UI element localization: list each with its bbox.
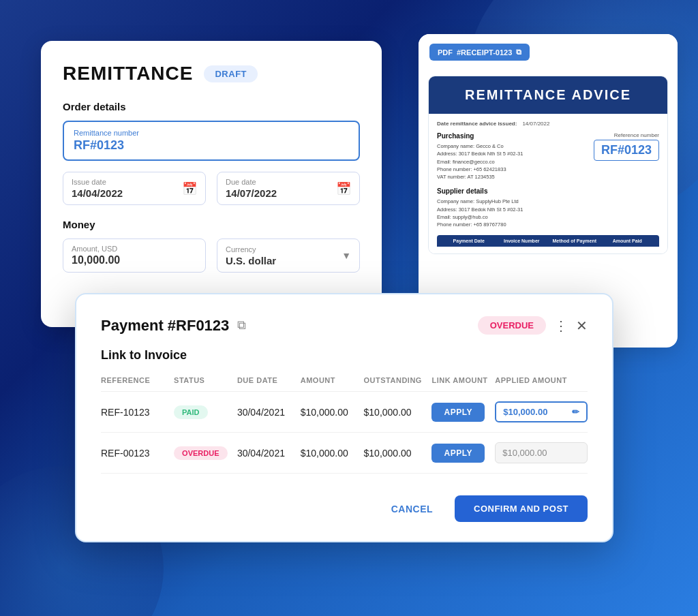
invoice-table-header-row: REFERENCE STATUS DUE DATE AMOUNT OUTSTAN… — [101, 376, 588, 392]
row1-status: PAID — [174, 392, 237, 433]
th-due-date: DUE DATE — [237, 376, 301, 392]
row1-amount: $10,000.00 — [301, 392, 364, 433]
remittance-card-header: REMITTANCE DRAFT — [63, 63, 360, 84]
ra-purchasing-title: Purchasing — [437, 132, 544, 140]
issue-date-field[interactable]: Issue date 14/04/2022 📅 — [63, 172, 206, 205]
paid-badge: PAID — [174, 405, 207, 419]
dialog-header: Payment #RF0123 ⧉ OVERDUE ⋮ ✕ — [101, 316, 588, 335]
draft-badge: DRAFT — [204, 65, 258, 82]
currency-field[interactable]: Currency U.S. dollar ▼ — [217, 238, 360, 273]
remittance-number-field[interactable]: Remittance number RF#0123 — [63, 121, 360, 161]
dates-row: Issue date 14/04/2022 📅 Due date 14/07/2… — [63, 172, 360, 205]
cancel-button[interactable]: CANCEL — [380, 497, 444, 521]
ra-table-header: Payment Date Invoice Number Method of Pa… — [437, 235, 659, 247]
ra-purchasing-company-label: Company name: Gecco & Co — [437, 142, 544, 150]
ra-supplier-title: Supplier details — [437, 187, 659, 195]
ra-supplier-phone: +65 89767780 — [473, 221, 506, 228]
applied-amount-active[interactable]: $10,000.00 ✏ — [495, 401, 588, 422]
due-date-label: Due date — [226, 178, 277, 186]
ra-purchasing-details: Company name: Gecco & Co Address: 3017 B… — [437, 142, 544, 181]
ra-purchasing-vat: AT 1234535 — [468, 174, 495, 180]
ra-two-col: Purchasing Company name: Gecco & Co Addr… — [437, 132, 659, 181]
ra-supplier-company: SupplyHub Pte Ltd — [476, 198, 519, 204]
invoice-table-head: REFERENCE STATUS DUE DATE AMOUNT OUTSTAN… — [101, 376, 588, 392]
apply-button-row1[interactable]: APPLY — [431, 403, 484, 422]
row2-outstanding: $10,000.00 — [364, 433, 432, 474]
row1-applied-cell: $10,000.00 ✏ — [495, 392, 588, 433]
ra-supplier-address: 3017 Bedok Nth St 5 #02-31 — [459, 206, 524, 213]
edit-icon-row1[interactable]: ✏ — [572, 407, 579, 417]
receipt-card-top: PDF #RECEIPT-0123 ⧉ — [419, 34, 678, 70]
close-icon[interactable]: ✕ — [576, 318, 588, 334]
table-row: REF-10123 PAID 30/04/2021 $10,000.00 $10… — [101, 392, 588, 433]
ra-supplier-company-label: Company name: SupplyHub Pte Ltd — [437, 198, 659, 205]
applied-amount-value-row1: $10,000.00 — [503, 407, 547, 417]
copy-icon[interactable]: ⧉ — [237, 318, 246, 333]
issue-date-label: Issue date — [72, 178, 123, 186]
remittance-advice-title: REMITTANCE ADVICE — [429, 76, 667, 114]
currency-label: Currency — [226, 245, 276, 253]
pdf-button[interactable]: PDF #RECEIPT-0123 ⧉ — [429, 44, 530, 61]
ra-date-value: 14/07/2022 — [522, 121, 549, 127]
remittance-card-title: REMITTANCE — [63, 63, 193, 84]
dialog-header-right: OVERDUE ⋮ ✕ — [478, 316, 588, 335]
invoice-table: REFERENCE STATUS DUE DATE AMOUNT OUTSTAN… — [101, 376, 588, 474]
overdue-badge-row2: OVERDUE — [174, 446, 227, 460]
due-date-field[interactable]: Due date 14/07/2022 📅 — [217, 172, 360, 205]
remittance-card: REMITTANCE DRAFT Order details Remittanc… — [41, 41, 382, 327]
row1-outstanding: $10,000.00 — [364, 392, 432, 433]
row2-due-date: 30/04/2021 — [237, 433, 301, 474]
ra-table-col-method: Method of Payment — [548, 238, 601, 243]
row1-due-date: 30/04/2021 — [237, 392, 301, 433]
calendar-icon-issue: 📅 — [182, 181, 197, 196]
ra-date-label: Date remittance advice issued: — [437, 121, 517, 127]
issue-date-inner: Issue date 14/04/2022 — [72, 178, 123, 199]
ra-table-col-invoice-number: Invoice Number — [496, 238, 549, 243]
main-dialog: Payment #RF0123 ⧉ OVERDUE ⋮ ✕ Link to In… — [75, 293, 613, 542]
ra-ref-label: Reference number — [552, 132, 659, 138]
row2-applied-cell: $10,000.00 — [495, 433, 588, 474]
money-section-title: Money — [63, 219, 360, 230]
ra-date-row: Date remittance advice issued: 14/07/202… — [437, 121, 659, 127]
calendar-icon-due: 📅 — [336, 181, 351, 196]
due-date-value: 14/07/2022 — [226, 187, 277, 199]
th-status: STATUS — [174, 376, 237, 392]
dialog-footer: CANCEL CONFIRM AND POST — [101, 490, 588, 522]
overdue-badge: OVERDUE — [478, 316, 546, 335]
ra-purchasing-address-label: Address: 3017 Bedok Nth St 5 #02-31 — [437, 150, 544, 157]
remittance-number-value: RF#0123 — [74, 138, 349, 153]
amount-value: 10,000.00 — [72, 254, 197, 266]
th-applied-amount: APPLIED AMOUNT — [495, 376, 588, 392]
ra-purchasing-phone: +65 62421833 — [473, 166, 506, 172]
ra-supplier-details: Company name: SupplyHub Pte Ltd Address:… — [437, 198, 659, 228]
ra-purchasing-col: Purchasing Company name: Gecco & Co Addr… — [437, 132, 544, 181]
ra-supplier-address-label: Address: 3017 Bedok Nth St 5 #02-31 — [437, 206, 659, 213]
ra-table-col-payment-date: Payment Date — [442, 238, 496, 243]
invoice-table-body: REF-10123 PAID 30/04/2021 $10,000.00 $10… — [101, 392, 588, 474]
ra-table-col-amount-paid: Amount Paid — [601, 238, 654, 243]
apply-button-row2[interactable]: APPLY — [431, 444, 484, 463]
chevron-down-icon: ▼ — [342, 250, 351, 261]
remittance-number-label: Remittance number — [74, 129, 349, 137]
currency-value: U.S. dollar — [226, 255, 276, 266]
remittance-advice-card: REMITTANCE ADVICE Date remittance advice… — [428, 76, 668, 254]
row2-amount: $10,000.00 — [301, 433, 364, 474]
remittance-advice-body: Date remittance advice issued: 14/07/202… — [429, 114, 667, 253]
amount-label: Amount, USD — [72, 245, 197, 253]
table-row: REF-00123 OVERDUE 30/04/2021 $10,000.00 … — [101, 433, 588, 474]
more-options-icon[interactable]: ⋮ — [554, 318, 568, 334]
amount-field[interactable]: Amount, USD 10,000.00 — [63, 238, 206, 273]
dialog-title-row: Payment #RF0123 ⧉ — [101, 317, 246, 335]
row1-reference: REF-10123 — [101, 392, 174, 433]
th-amount: AMOUNT — [301, 376, 364, 392]
ra-purchasing-company: Gecco & Co — [476, 143, 503, 149]
money-row: Amount, USD 10,000.00 Currency U.S. doll… — [63, 238, 360, 273]
ra-purchasing-address: 3017 Bedok Nth St 5 #02-31 — [459, 151, 524, 157]
link-invoice-title: Link to Invoice — [101, 348, 588, 363]
ra-purchasing-phone-label: Phone number: +65 62421833 — [437, 166, 544, 173]
pdf-label: PDF — [438, 48, 453, 57]
ra-supplier-email-label: Email: supply@hub.co — [437, 213, 659, 221]
confirm-and-post-button[interactable]: CONFIRM AND POST — [455, 495, 588, 522]
th-reference: REFERENCE — [101, 376, 174, 392]
copy-receipt-icon: ⧉ — [516, 48, 521, 57]
